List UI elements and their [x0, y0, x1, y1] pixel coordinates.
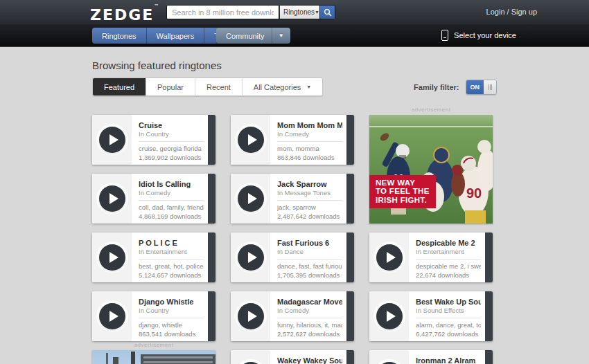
- divider: [416, 259, 481, 260]
- ringtone-category: In Entertainment: [416, 248, 481, 255]
- nav-community-dropdown[interactable]: Community ▼: [216, 28, 290, 44]
- ad-label: advertisement: [369, 107, 493, 113]
- all-categories-dropdown[interactable]: All Categories ▼: [243, 78, 322, 95]
- zedge-logo[interactable]: ZEDGE™: [90, 3, 159, 24]
- ringtone-card[interactable]: Idiot Is CallingIn Comedycoll, dad, fami…: [92, 174, 216, 224]
- ad-label: advertisement: [92, 342, 216, 348]
- ringtone-title: Best Wake Up Sound: [416, 298, 481, 306]
- ringtone-title: Cruise: [139, 121, 204, 129]
- play-button-icon[interactable]: [376, 244, 403, 271]
- divider: [139, 318, 204, 318]
- play-zone: [231, 350, 270, 364]
- ringtone-info: Best Wake Up SoundIn Sound Effectsalarm,…: [409, 291, 485, 341]
- chevron-down-icon: ▼: [315, 10, 319, 15]
- ringtone-info: P O L I C EIn Entertainmentbest, great, …: [132, 233, 208, 282]
- play-button-icon[interactable]: [99, 244, 125, 271]
- ringtone-downloads: 863,846 downloads: [277, 154, 342, 161]
- ringtone-title: Wakey Wakey Sound: [277, 356, 342, 364]
- play-zone: [231, 115, 270, 165]
- play-button-icon[interactable]: [238, 127, 264, 153]
- ringtone-title: Despicable Me 2: [416, 239, 481, 247]
- search-input[interactable]: [166, 5, 279, 19]
- play-button-icon[interactable]: [238, 303, 264, 329]
- ad-cruise[interactable]: advertisement: [92, 350, 216, 364]
- ringtone-card[interactable]: CruiseIn Countrycruise, georgia florida …: [92, 115, 216, 165]
- ringtone-tags: funny, hilarious, it, madagasc...: [277, 321, 342, 329]
- ringtone-category: In Entertainment: [139, 248, 204, 255]
- tab-recent[interactable]: Recent: [195, 78, 243, 95]
- family-filter-toggle[interactable]: ON: [466, 80, 498, 95]
- play-button-icon[interactable]: [238, 185, 264, 212]
- search-category-dropdown[interactable]: Ringtones ▼: [280, 5, 320, 19]
- play-button-icon[interactable]: [99, 185, 125, 212]
- play-zone: [92, 174, 132, 224]
- divider: [277, 259, 342, 260]
- ringtone-card[interactable]: Madagascar Move ItIn Comedyfunny, hilari…: [231, 291, 354, 341]
- tab-featured[interactable]: Featured: [93, 78, 146, 95]
- divider: [139, 259, 204, 260]
- ringtone-title: Mom Mom Mom Mom: [277, 121, 342, 129]
- page-title: Browsing featured ringtones: [92, 60, 222, 71]
- ringtone-card[interactable]: Fast Furious 6In Dancedance, fast, fast …: [231, 233, 354, 282]
- ringtone-card[interactable]: Best Wake Up SoundIn Sound Effectsalarm,…: [369, 291, 493, 341]
- ringtone-card[interactable]: Jack SparrowIn Message Tonesjack, sparro…: [231, 174, 354, 224]
- ringtone-title: Ironman 2 Alram: [416, 356, 481, 364]
- ringtone-downloads: 5,124,657 downloads: [139, 271, 204, 279]
- divider: [416, 318, 481, 318]
- ringtone-info: Idiot Is CallingIn Comedycoll, dad, fami…: [132, 174, 208, 224]
- card-edge-strip: [485, 233, 493, 282]
- play-zone: [369, 233, 409, 282]
- family-filter-label: Family filter:: [414, 83, 459, 91]
- play-button-icon[interactable]: [99, 303, 125, 329]
- search-category-value: Ringtones: [283, 8, 315, 16]
- ringtone-category: In Message Tones: [277, 189, 342, 197]
- ringtone-card[interactable]: Django WhistleIn Countrydjango, whistle8…: [92, 291, 216, 341]
- ringtone-downloads: 22,674 downloads: [416, 271, 481, 279]
- ringtone-info: Mom Mom Mom MomIn Comedymom, momma863,84…: [270, 115, 346, 165]
- play-button-icon[interactable]: [99, 127, 125, 153]
- ringtone-title: Idiot Is Calling: [139, 180, 204, 188]
- family-filter: Family filter: ON: [414, 80, 497, 95]
- play-button-icon[interactable]: [238, 244, 264, 271]
- ringtone-info: CruiseIn Countrycruise, georgia florida …: [132, 115, 208, 165]
- ringtone-tags: dance, fast, fast furious, fast6...: [277, 262, 342, 270]
- ringtone-card[interactable]: Despicable Me 2In Entertainmentdespicabl…: [369, 233, 493, 282]
- play-button-icon[interactable]: [376, 303, 403, 329]
- nav-wallpapers-button[interactable]: Wallpapers: [147, 28, 205, 44]
- tab-popular[interactable]: Popular: [146, 78, 195, 95]
- cruise-ad-image: [92, 350, 216, 364]
- card-edge-strip: [346, 174, 354, 224]
- community-label: Community: [226, 32, 265, 40]
- ringtone-card[interactable]: P O L I C EIn Entertainmentbest, great, …: [92, 233, 216, 282]
- card-edge-strip: [208, 115, 216, 165]
- ringtone-downloads: 2,487,642 downloads: [277, 212, 342, 220]
- main-nav: Ringtones Wallpapers Themes Community ▼ …: [0, 24, 589, 47]
- play-zone: [231, 233, 270, 282]
- ringtone-card[interactable]: Wakey Wakey Sound: [231, 350, 354, 364]
- ad-football[interactable]: advertisement 11: [369, 115, 493, 224]
- login-signup-link[interactable]: Login / Sign up: [486, 8, 537, 16]
- select-device-button[interactable]: Select your device: [441, 30, 516, 41]
- chevron-down-icon: ▼: [306, 84, 311, 89]
- ringtone-card[interactable]: Mom Mom Mom MomIn Comedymom, momma863,84…: [231, 115, 354, 165]
- search-button[interactable]: [320, 5, 335, 19]
- ringtone-tags: best, great, hot, police: [139, 262, 204, 270]
- nav-ringtones-button[interactable]: Ringtones: [92, 28, 147, 44]
- ringtone-category: In Comedy: [277, 307, 342, 314]
- ringtone-title: Django Whistle: [139, 298, 204, 306]
- divider: [277, 200, 342, 201]
- card-edge-strip: [346, 115, 354, 165]
- card-edge-strip: [346, 233, 354, 282]
- divider: [277, 318, 342, 318]
- ringtone-title: Fast Furious 6: [277, 239, 342, 247]
- ringtone-grid: advertisement 11: [92, 115, 493, 364]
- toggle-on-state: ON: [466, 80, 484, 94]
- ringtone-card[interactable]: Ironman 2 Alram: [369, 350, 493, 364]
- ringtone-tags: mom, momma: [277, 145, 342, 152]
- card-edge-strip: [346, 291, 354, 341]
- card-edge-strip: [346, 350, 354, 364]
- card-edge-strip: [485, 350, 493, 364]
- play-zone: [231, 291, 270, 341]
- ringtone-info: Wakey Wakey Sound: [270, 350, 346, 364]
- play-zone: [92, 233, 132, 282]
